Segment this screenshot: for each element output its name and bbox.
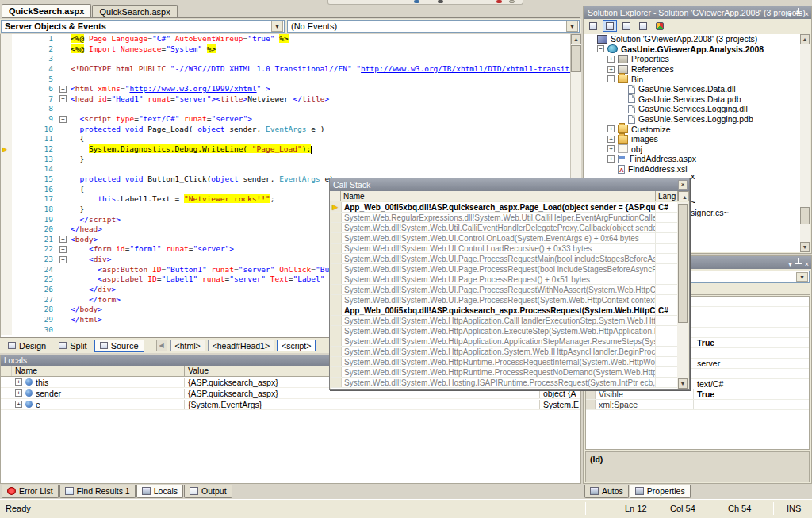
tool-tab-error-list[interactable]: Error List [2,485,59,498]
locals-row[interactable]: +e{System.EventArgs}System.E [1,399,580,410]
chevron-down-icon[interactable]: ▾ [566,21,578,32]
scrollbar-thumb[interactable] [678,204,688,323]
code-line[interactable]: 13 } [1,155,570,165]
tree-item[interactable]: GasUnie.Services.Logging.dll [584,104,800,114]
tree-item[interactable]: +References [584,64,800,75]
collapse-icon[interactable]: − [59,95,67,102]
tree-item[interactable]: GasUnie.Services.Data.pdb [584,94,800,105]
window-position-icon[interactable]: ▾ [788,8,792,19]
code-line[interactable]: 14 [1,164,570,175]
scroll-down-icon[interactable]: ▼ [800,242,810,252]
call-stack-row[interactable]: System.Web.dll!System.Web.UI.Control.Loa… [331,244,677,254]
code-line[interactable]: 10 protected void Page_Load( object send… [1,125,570,135]
tag-nav-back-icon[interactable]: ◀ [156,340,167,351]
properties-button[interactable] [586,20,600,32]
close-icon[interactable]: × [678,180,688,190]
show-all-files-button[interactable] [603,20,617,32]
collapse-icon[interactable]: − [59,86,67,93]
object-dropdown[interactable]: Server Objects & Events ▾ [1,20,285,33]
view-class-diagram-button[interactable] [636,20,650,32]
call-stack-row[interactable]: System.Web.dll!System.Web.UI.Page.Proces… [331,285,677,295]
expand-icon[interactable]: + [15,378,22,386]
call-stack-row[interactable]: System.Web.dll!System.Web.Util.CalliEven… [331,223,677,233]
class-diagram-button[interactable] [653,20,667,32]
close-icon[interactable]: × [805,258,809,269]
code-line[interactable]: 7−<head id="Head1" runat="server"><title… [1,94,570,105]
tool-tab-locals[interactable]: Locals [136,485,183,498]
tree-item[interactable]: +Customize [584,124,800,134]
view-button-design[interactable]: Design [2,340,52,352]
tool-tab-autos[interactable]: Autos [584,485,629,498]
tree-item[interactable]: −Bin [584,74,800,84]
expand-icon[interactable]: + [607,56,615,63]
expand-icon[interactable]: + [607,125,615,132]
call-stack-lang-header[interactable]: Lang [656,191,678,201]
call-stack-row[interactable]: System.Web.dll!System.Web.Hosting.ISAPIR… [331,378,677,388]
call-stack-title[interactable]: Call Stack × [330,178,689,191]
close-icon[interactable]: × [805,8,809,19]
scroll-up-icon[interactable]: ▲ [800,34,810,44]
collapse-icon[interactable]: − [59,116,67,123]
code-line[interactable]: 4<!DOCTYPE html PUBLIC "-//W3C//DTD XHTM… [1,64,570,75]
tool-tab-find-results-1[interactable]: Find Results 1 [59,485,136,498]
call-stack-row[interactable]: System.Web.dll!System.Web.UI.Page.Proces… [331,295,677,305]
tree-item[interactable]: GasUnie.Services.Data.dll [584,84,800,94]
call-stack-row[interactable]: ▶App_Web_00fi5xbq.dll!ASP.quicksearch_as… [331,202,677,213]
code-line[interactable]: 3 [1,54,570,64]
document-tab[interactable]: QuickSearch.aspx [92,5,177,17]
code-line[interactable]: 8 [1,104,570,114]
tree-item[interactable]: Solution 'GViewerApp.2008' (3 projects) [584,34,800,44]
events-dropdown[interactable]: (No Events) ▾ [287,20,580,33]
expand-icon[interactable]: + [15,389,22,397]
expand-icon[interactable]: + [607,66,615,73]
expand-icon[interactable]: + [15,401,22,408]
tag-breadcrumb[interactable]: <head#Head1> [208,340,274,351]
tool-tab-output[interactable]: Output [184,485,232,498]
call-stack-row[interactable]: System.Web.RegularExpressions.dll!System… [331,213,677,223]
call-stack-row[interactable]: System.Web.dll!System.Web.UI.Page.Proces… [331,264,677,274]
call-stack-row[interactable]: System.Web.dll!System.Web.UI.Page.Proces… [331,274,677,285]
call-stack-row[interactable]: System.Web.dll!System.Web.HttpApplicatio… [331,336,677,347]
tree-item[interactable]: +Properties [584,54,800,64]
property-row[interactable]: xml:Space [586,400,809,410]
solution-explorer-scrollbar[interactable]: ▲ ▼ [800,34,810,252]
scroll-down-icon[interactable]: ▼ [678,378,688,389]
call-stack-row[interactable]: System.Web.dll!System.Web.HttpRuntime.Pr… [331,357,677,367]
locals-name-header[interactable]: Name [12,366,185,376]
call-stack-row[interactable]: System.Web.dll!System.Web.HttpApplicatio… [331,326,677,336]
call-stack-row[interactable]: System.Web.dll!System.Web.HttpApplicatio… [331,347,677,357]
code-line[interactable]: 2<%@ Import Namespace="System" %> [1,44,570,55]
document-tab[interactable]: QuickSearch.aspx [2,4,91,17]
collapse-icon[interactable]: − [59,256,67,263]
code-line[interactable]: 9− <script type="text/C#" runat="server"… [1,114,570,125]
code-line[interactable]: 5 [1,75,570,85]
view-button-split[interactable]: Split [53,340,92,352]
scrollbar-thumb[interactable] [800,207,810,224]
tree-item[interactable]: −GasUnie.GViewerApp.Analysis.2008 [584,44,800,55]
expand-icon[interactable]: + [607,145,615,152]
code-line[interactable]: 1<%@ Page Language="C#" AutoEventWireup=… [1,34,570,44]
chevron-down-icon[interactable]: ▾ [271,21,283,32]
view-button-source[interactable]: Source [94,340,144,352]
property-row[interactable]: VisibleTrue [586,389,809,400]
scroll-up-icon[interactable]: ▲ [678,191,689,201]
auto-hide-pin-icon[interactable] [795,8,802,16]
code-line[interactable]: 11 { [1,134,570,144]
call-stack-row[interactable]: App_Web_00fi5xbq.dll!ASP.quicksearch_asp… [331,305,677,316]
chevron-down-icon[interactable]: ▾ [796,272,808,282]
collapse-icon[interactable]: − [59,236,67,243]
expand-icon[interactable]: + [607,155,615,163]
refresh-button[interactable] [619,20,634,32]
code-line[interactable]: ▶12 System.Diagnostics.Debug.WriteLine( … [1,144,570,155]
scroll-up-icon[interactable]: ▲ [571,34,581,44]
call-stack-row[interactable]: System.Web.dll!System.Web.HttpApplicatio… [331,316,677,326]
tag-breadcrumb[interactable]: <script> [277,340,316,351]
collapse-icon[interactable]: − [59,246,67,253]
call-stack-row[interactable]: System.Web.dll!System.Web.UI.Control.OnL… [331,233,677,244]
call-stack-rows[interactable]: ▶App_Web_00fi5xbq.dll!ASP.quicksearch_as… [331,202,677,389]
collapse-icon[interactable]: − [597,45,604,52]
tag-breadcrumb[interactable]: <html> [170,340,205,351]
call-stack-row[interactable]: System.Web.dll!System.Web.HttpRuntime.Pr… [331,367,677,378]
call-stack-name-header[interactable]: Name [341,191,656,201]
tree-item[interactable]: GasUnie.Services.Logging.pdb [584,114,800,125]
